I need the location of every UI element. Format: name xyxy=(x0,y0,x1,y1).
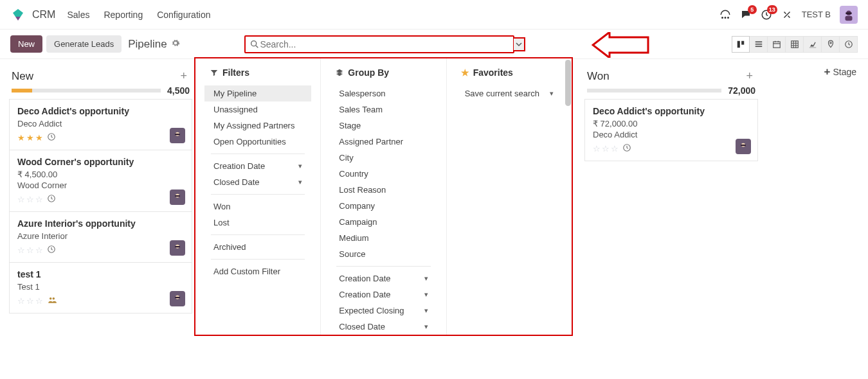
filter-won[interactable]: Won xyxy=(204,198,311,215)
group-closed-date[interactable]: Closed Date▾ xyxy=(330,319,437,335)
card-customer: Azure Interior xyxy=(17,231,184,241)
tools-icon[interactable] xyxy=(781,9,793,21)
filter-creation-date[interactable]: Creation Date▾ xyxy=(204,158,311,174)
card-amount: ₹ 4,500.00 xyxy=(17,170,184,179)
search-box[interactable] xyxy=(244,35,514,53)
stage-new-total: 4,500 xyxy=(167,85,190,96)
gear-icon[interactable] xyxy=(171,38,180,51)
filter-closed-date[interactable]: Closed Date▾ xyxy=(204,174,311,190)
card-avatar[interactable] xyxy=(170,240,185,256)
filter-add-custom[interactable]: Add Custom Filter xyxy=(204,263,311,279)
svg-rect-6 xyxy=(845,15,853,20)
view-kanban[interactable] xyxy=(732,36,750,53)
nav-sales[interactable]: Sales xyxy=(67,10,89,20)
filter-icon xyxy=(210,68,219,77)
svg-rect-21 xyxy=(175,134,180,135)
group-source[interactable]: Source xyxy=(330,246,437,262)
svg-point-8 xyxy=(251,40,257,46)
svg-rect-38 xyxy=(741,145,746,146)
card-avatar[interactable] xyxy=(736,139,751,154)
priority-stars[interactable]: ★★★ xyxy=(17,133,43,143)
view-graph[interactable] xyxy=(804,36,822,53)
generate-leads-button[interactable]: Generate Leads xyxy=(46,35,122,53)
stage-new-title[interactable]: New xyxy=(12,70,177,83)
view-list[interactable] xyxy=(750,36,768,53)
stage-won-total: 72,000 xyxy=(728,85,755,96)
group-country[interactable]: Country xyxy=(330,166,437,182)
svg-rect-14 xyxy=(773,41,780,47)
filter-my-pipeline[interactable]: My Pipeline xyxy=(204,85,311,101)
group-campaign[interactable]: Campaign xyxy=(330,214,437,230)
group-creation-date-2[interactable]: Creation Date▾ xyxy=(330,286,437,303)
scrollbar-thumb[interactable] xyxy=(565,60,571,106)
card[interactable]: test 1 Test 1 ☆☆☆ xyxy=(9,262,192,313)
group-expected-closing[interactable]: Expected Closing▾ xyxy=(330,303,437,319)
search-input[interactable] xyxy=(260,39,509,49)
card-amount: ₹ 72,000.00 xyxy=(593,119,750,128)
priority-stars[interactable]: ☆☆☆ xyxy=(17,245,43,255)
user-avatar[interactable] xyxy=(840,6,858,24)
new-button[interactable]: New xyxy=(10,35,42,53)
chevron-down-icon: ▾ xyxy=(424,290,428,299)
filter-lost[interactable]: Lost xyxy=(204,215,311,231)
filter-my-assigned-partners[interactable]: My Assigned Partners xyxy=(204,118,311,134)
group-medium[interactable]: Medium xyxy=(330,230,437,246)
group-sales-team[interactable]: Sales Team xyxy=(330,101,437,118)
priority-stars[interactable]: ☆☆☆ xyxy=(17,195,43,204)
svg-point-16 xyxy=(829,42,831,43)
svg-rect-7 xyxy=(845,12,851,14)
chat-icon[interactable]: 5 xyxy=(740,9,752,21)
activity-icon[interactable]: 13 xyxy=(761,9,772,21)
add-stage-label: Stage xyxy=(833,67,856,77)
card-customer: Deco Addict xyxy=(17,119,184,128)
dial-icon[interactable] xyxy=(719,9,731,21)
card-avatar[interactable] xyxy=(170,190,185,205)
svg-rect-9 xyxy=(737,40,740,48)
view-pivot[interactable] xyxy=(786,36,804,53)
clock-icon[interactable] xyxy=(47,245,56,256)
svg-rect-12 xyxy=(755,43,762,44)
chevron-down-icon: ▾ xyxy=(550,89,554,98)
nav-reporting[interactable]: Reporting xyxy=(104,10,143,20)
view-activity[interactable] xyxy=(840,36,858,53)
priority-stars[interactable]: ☆☆☆ xyxy=(593,144,619,154)
search-dropdown-toggle[interactable] xyxy=(514,37,525,51)
group-salesperson[interactable]: Salesperson xyxy=(330,85,437,101)
group-lost-reason[interactable]: Lost Reason xyxy=(330,182,437,198)
group-assigned-partner[interactable]: Assigned Partner xyxy=(330,134,437,150)
add-stage-button[interactable]: + Stage xyxy=(824,66,856,78)
priority-stars[interactable]: ☆☆☆ xyxy=(17,296,43,306)
stage-won-add[interactable]: + xyxy=(743,69,755,83)
app-logo xyxy=(10,7,26,22)
user-label[interactable]: TEST B xyxy=(802,10,831,19)
card[interactable]: Deco Addict's opportunity Deco Addict ★★… xyxy=(9,99,192,150)
filters-header: Filters xyxy=(222,67,249,78)
favorite-save-search[interactable]: Save current search▾ xyxy=(456,85,563,101)
group-company[interactable]: Company xyxy=(330,198,437,214)
card[interactable]: Azure Interior's opportunity Azure Inter… xyxy=(9,211,192,263)
card-avatar[interactable] xyxy=(170,291,185,306)
card[interactable]: Wood Corner's opportunity ₹ 4,500.00 Woo… xyxy=(9,150,192,212)
search-icon xyxy=(249,39,260,49)
nav-configuration[interactable]: Configuration xyxy=(157,10,210,20)
card[interactable]: Deco Addict's opportunity ₹ 72,000.00 De… xyxy=(584,99,758,161)
view-calendar[interactable] xyxy=(768,36,786,53)
clock-icon[interactable] xyxy=(47,194,56,205)
layers-icon xyxy=(335,68,344,77)
group-icon xyxy=(47,295,57,306)
stage-won-title[interactable]: Won xyxy=(587,70,743,83)
clock-icon[interactable] xyxy=(622,143,631,154)
group-creation-date-1[interactable]: Creation Date▾ xyxy=(330,270,437,286)
view-map[interactable] xyxy=(822,36,840,53)
card-avatar[interactable] xyxy=(170,128,185,143)
filter-archived[interactable]: Archived xyxy=(204,239,311,255)
filter-unassigned[interactable]: Unassigned xyxy=(204,101,311,118)
svg-point-30 xyxy=(50,297,52,300)
chevron-down-icon: ▾ xyxy=(298,178,302,186)
card-title: Deco Addict's opportunity xyxy=(17,106,184,116)
clock-icon[interactable] xyxy=(47,132,56,143)
group-stage[interactable]: Stage xyxy=(330,118,437,134)
filter-open-opportunities[interactable]: Open Opportunities xyxy=(204,134,311,150)
group-city[interactable]: City xyxy=(330,150,437,166)
stage-new-add[interactable]: + xyxy=(177,69,190,83)
